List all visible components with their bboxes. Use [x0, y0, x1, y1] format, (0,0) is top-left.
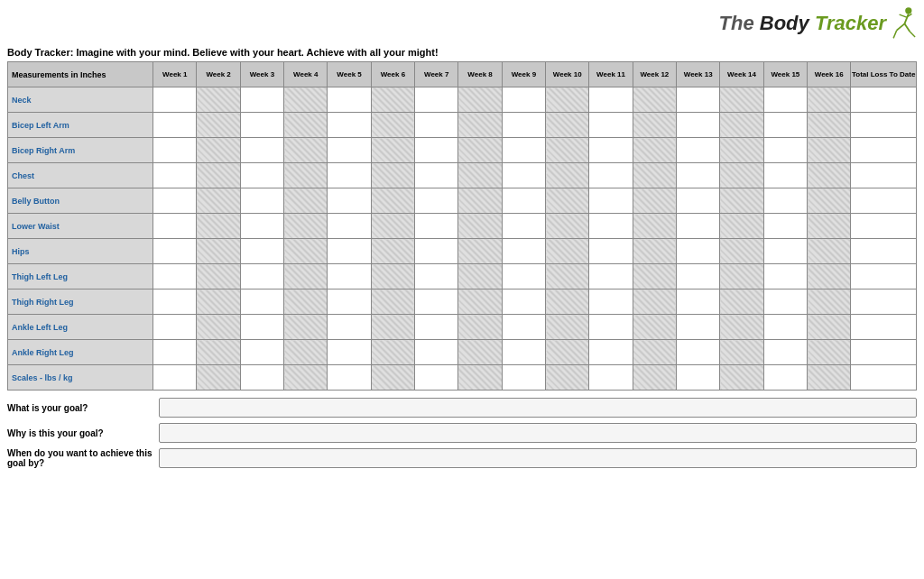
- week-data-cell[interactable]: [371, 138, 414, 163]
- week-data-cell[interactable]: [808, 239, 851, 264]
- week-data-cell[interactable]: [633, 264, 676, 290]
- week-data-cell[interactable]: [284, 188, 328, 214]
- week-data-cell[interactable]: [240, 214, 283, 239]
- week-data-cell[interactable]: [415, 163, 458, 188]
- week-data-cell[interactable]: [720, 188, 763, 214]
- week-data-cell[interactable]: [415, 290, 458, 315]
- week-data-cell[interactable]: [808, 315, 851, 340]
- week-data-cell[interactable]: [415, 264, 458, 290]
- week-data-cell[interactable]: [763, 188, 807, 214]
- week-data-cell[interactable]: [720, 113, 763, 138]
- week-data-cell[interactable]: [153, 264, 197, 290]
- table-row[interactable]: Hips: [8, 239, 917, 264]
- week-data-cell[interactable]: [589, 239, 633, 264]
- week-data-cell[interactable]: [197, 188, 240, 214]
- week-data-cell[interactable]: [328, 365, 371, 391]
- week-data-cell[interactable]: [153, 188, 197, 214]
- week-data-cell[interactable]: [458, 188, 502, 214]
- question-input[interactable]: [159, 398, 917, 418]
- week-data-cell[interactable]: [808, 365, 851, 391]
- week-data-cell[interactable]: [763, 315, 807, 340]
- week-data-cell[interactable]: [677, 113, 720, 138]
- week-data-cell[interactable]: [197, 340, 240, 365]
- week-data-cell[interactable]: [458, 214, 502, 239]
- week-data-cell[interactable]: [633, 315, 676, 340]
- week-data-cell[interactable]: [284, 163, 328, 188]
- week-data-cell[interactable]: [720, 315, 763, 340]
- question-input[interactable]: [159, 448, 917, 468]
- total-data-cell[interactable]: [851, 188, 917, 214]
- week-data-cell[interactable]: [240, 113, 283, 138]
- week-data-cell[interactable]: [458, 138, 502, 163]
- week-data-cell[interactable]: [808, 340, 851, 365]
- week-data-cell[interactable]: [284, 340, 328, 365]
- week-data-cell[interactable]: [720, 340, 763, 365]
- week-data-cell[interactable]: [240, 163, 283, 188]
- question-input[interactable]: [159, 423, 917, 443]
- week-data-cell[interactable]: [763, 138, 807, 163]
- week-data-cell[interactable]: [677, 239, 720, 264]
- week-data-cell[interactable]: [589, 188, 633, 214]
- total-data-cell[interactable]: [851, 239, 917, 264]
- week-data-cell[interactable]: [808, 87, 851, 113]
- week-data-cell[interactable]: [371, 113, 414, 138]
- week-data-cell[interactable]: [502, 315, 545, 340]
- week-data-cell[interactable]: [458, 365, 502, 391]
- week-data-cell[interactable]: [677, 163, 720, 188]
- table-row[interactable]: Lower Waist: [8, 214, 917, 239]
- week-data-cell[interactable]: [153, 239, 197, 264]
- week-data-cell[interactable]: [763, 290, 807, 315]
- table-row[interactable]: Thigh Right Leg: [8, 290, 917, 315]
- week-data-cell[interactable]: [720, 290, 763, 315]
- week-data-cell[interactable]: [546, 290, 589, 315]
- week-data-cell[interactable]: [197, 239, 240, 264]
- total-data-cell[interactable]: [851, 315, 917, 340]
- week-data-cell[interactable]: [458, 113, 502, 138]
- week-data-cell[interactable]: [328, 113, 371, 138]
- total-data-cell[interactable]: [851, 138, 917, 163]
- week-data-cell[interactable]: [677, 87, 720, 113]
- table-row[interactable]: Chest: [8, 163, 917, 188]
- week-data-cell[interactable]: [677, 340, 720, 365]
- week-data-cell[interactable]: [546, 340, 589, 365]
- week-data-cell[interactable]: [677, 214, 720, 239]
- week-data-cell[interactable]: [546, 264, 589, 290]
- table-row[interactable]: Belly Button: [8, 188, 917, 214]
- week-data-cell[interactable]: [284, 264, 328, 290]
- week-data-cell[interactable]: [677, 315, 720, 340]
- week-data-cell[interactable]: [197, 315, 240, 340]
- week-data-cell[interactable]: [328, 214, 371, 239]
- week-data-cell[interactable]: [458, 290, 502, 315]
- week-data-cell[interactable]: [415, 87, 458, 113]
- week-data-cell[interactable]: [415, 365, 458, 391]
- week-data-cell[interactable]: [153, 315, 197, 340]
- week-data-cell[interactable]: [328, 87, 371, 113]
- week-data-cell[interactable]: [589, 163, 633, 188]
- week-data-cell[interactable]: [328, 340, 371, 365]
- week-data-cell[interactable]: [197, 138, 240, 163]
- week-data-cell[interactable]: [458, 264, 502, 290]
- week-data-cell[interactable]: [502, 340, 545, 365]
- week-data-cell[interactable]: [197, 113, 240, 138]
- week-data-cell[interactable]: [328, 188, 371, 214]
- week-data-cell[interactable]: [153, 87, 197, 113]
- week-data-cell[interactable]: [415, 138, 458, 163]
- week-data-cell[interactable]: [240, 87, 283, 113]
- week-data-cell[interactable]: [546, 163, 589, 188]
- week-data-cell[interactable]: [546, 214, 589, 239]
- week-data-cell[interactable]: [633, 214, 676, 239]
- week-data-cell[interactable]: [153, 163, 197, 188]
- week-data-cell[interactable]: [284, 214, 328, 239]
- week-data-cell[interactable]: [502, 239, 545, 264]
- total-data-cell[interactable]: [851, 340, 917, 365]
- week-data-cell[interactable]: [633, 138, 676, 163]
- week-data-cell[interactable]: [153, 138, 197, 163]
- week-data-cell[interactable]: [197, 87, 240, 113]
- week-data-cell[interactable]: [589, 113, 633, 138]
- week-data-cell[interactable]: [153, 214, 197, 239]
- week-data-cell[interactable]: [720, 138, 763, 163]
- week-data-cell[interactable]: [328, 290, 371, 315]
- week-data-cell[interactable]: [458, 340, 502, 365]
- week-data-cell[interactable]: [589, 87, 633, 113]
- week-data-cell[interactable]: [415, 239, 458, 264]
